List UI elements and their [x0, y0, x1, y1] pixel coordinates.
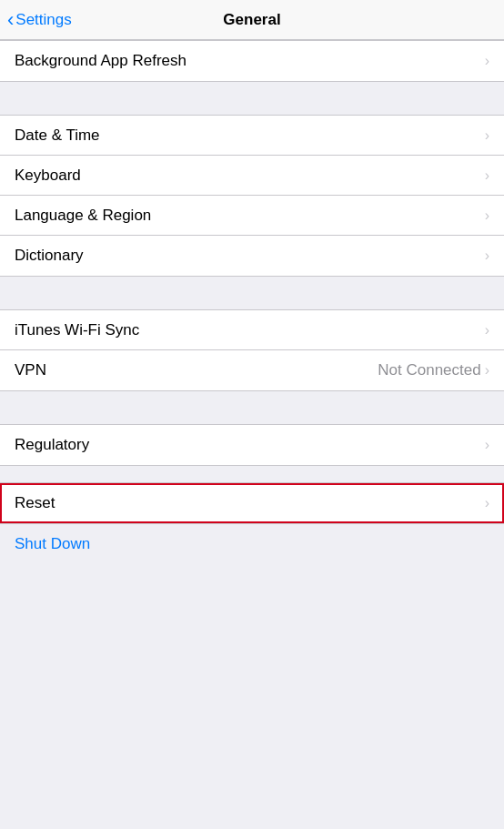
- date-time-label: Date & Time: [15, 126, 100, 145]
- back-button[interactable]: ‹ Settings: [7, 10, 72, 30]
- section-gap-3: [0, 391, 504, 424]
- keyboard-label: Keyboard: [15, 167, 81, 185]
- list-item-keyboard[interactable]: Keyboard ›: [0, 156, 504, 196]
- chevron-right-icon: ›: [485, 495, 489, 511]
- list-section-2: Date & Time › Keyboard › Language & Regi…: [0, 115, 504, 277]
- list-item-dictionary[interactable]: Dictionary ›: [0, 236, 504, 276]
- chevron-right-icon: ›: [485, 167, 489, 184]
- list-item-reset[interactable]: Reset ›: [0, 483, 504, 523]
- background-app-refresh-label: Background App Refresh: [15, 52, 186, 70]
- vpn-label: VPN: [15, 361, 46, 379]
- list-item-itunes-wifi-sync[interactable]: iTunes Wi-Fi Sync ›: [0, 310, 504, 350]
- language-region-label: Language & Region: [15, 207, 151, 225]
- list-item-language-region[interactable]: Language & Region ›: [0, 196, 504, 236]
- section-regulatory: Regulatory ›: [0, 424, 504, 466]
- list-section-3: iTunes Wi-Fi Sync › VPN Not Connected ›: [0, 309, 504, 391]
- chevron-right-icon: ›: [485, 437, 489, 453]
- language-region-right: ›: [485, 207, 489, 224]
- list-item-background-app-refresh[interactable]: Background App Refresh ›: [0, 41, 504, 81]
- section-background-app-refresh: Background App Refresh ›: [0, 40, 504, 82]
- back-chevron-icon: ‹: [7, 10, 14, 30]
- chevron-right-icon: ›: [485, 322, 489, 339]
- list-section-5: Reset ›: [0, 482, 504, 524]
- shut-down-link[interactable]: Shut Down: [15, 535, 90, 552]
- page-title: General: [223, 11, 280, 29]
- section-connectivity: iTunes Wi-Fi Sync › VPN Not Connected ›: [0, 309, 504, 391]
- itunes-wifi-sync-label: iTunes Wi-Fi Sync: [15, 321, 139, 339]
- chevron-right-icon: ›: [485, 127, 489, 144]
- reset-label: Reset: [15, 494, 55, 512]
- chevron-right-icon: ›: [485, 207, 489, 224]
- list-section-4: Regulatory ›: [0, 424, 504, 466]
- dictionary-label: Dictionary: [15, 247, 84, 265]
- reset-right: ›: [485, 495, 489, 511]
- section-gap-4: [0, 466, 504, 482]
- date-time-right: ›: [485, 127, 489, 144]
- chevron-right-icon: ›: [485, 53, 489, 69]
- list-item-regulatory[interactable]: Regulatory ›: [0, 425, 504, 465]
- vpn-status: Not Connected: [378, 361, 480, 379]
- navigation-bar: ‹ Settings General: [0, 0, 504, 40]
- regulatory-label: Regulatory: [15, 436, 89, 454]
- dictionary-right: ›: [485, 248, 489, 264]
- shut-down-section: Shut Down: [0, 524, 504, 564]
- list-item-vpn[interactable]: VPN Not Connected ›: [0, 350, 504, 390]
- section-gap-1: [0, 82, 504, 115]
- section-settings: Date & Time › Keyboard › Language & Regi…: [0, 115, 504, 277]
- background-app-refresh-right: ›: [485, 53, 489, 69]
- section-reset: Reset ›: [0, 482, 504, 524]
- back-label: Settings: [15, 11, 71, 29]
- list-item-date-time[interactable]: Date & Time ›: [0, 116, 504, 156]
- list-section-1: Background App Refresh ›: [0, 40, 504, 82]
- keyboard-right: ›: [485, 167, 489, 184]
- chevron-right-icon: ›: [485, 248, 489, 264]
- vpn-right: Not Connected ›: [378, 361, 489, 379]
- itunes-wifi-sync-right: ›: [485, 322, 489, 339]
- regulatory-right: ›: [485, 437, 489, 453]
- chevron-right-icon: ›: [485, 362, 489, 379]
- section-gap-2: [0, 277, 504, 309]
